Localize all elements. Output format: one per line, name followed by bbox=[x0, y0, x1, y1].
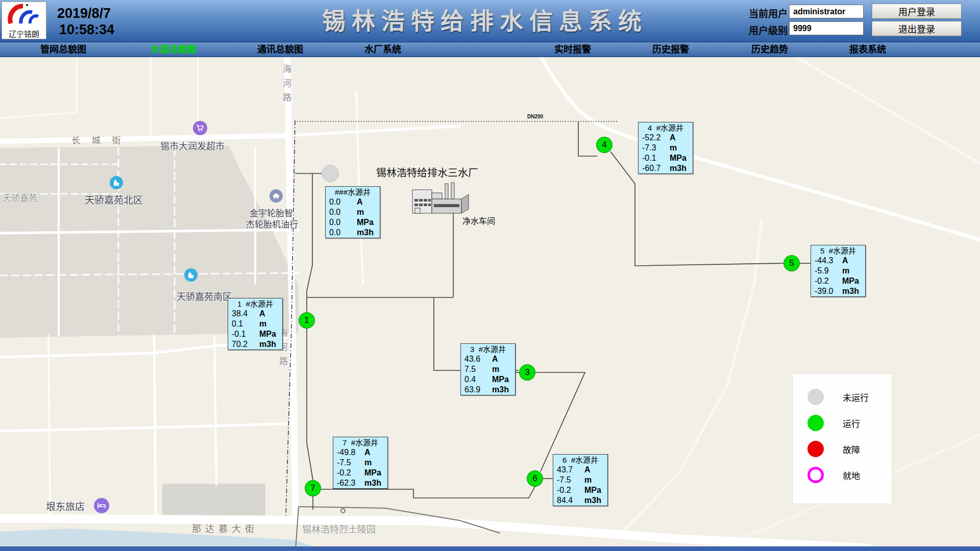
residence-icon-south bbox=[184, 268, 198, 282]
well-unit: m3h bbox=[492, 385, 509, 395]
legend-label: 未运行 bbox=[843, 391, 869, 404]
well-box-1[interactable]: 1 #水源井 38.4A 0.1m -0.1MPa 70.2m3h bbox=[228, 298, 283, 350]
poi-label-cemetery: 锡林浩特烈士陵园 bbox=[302, 522, 376, 535]
logo-text: 辽宁铭朗 bbox=[2, 28, 46, 39]
nav-item-history-alarm[interactable]: 历史报警 bbox=[652, 42, 689, 57]
well-value: -52.2 bbox=[642, 133, 670, 143]
header-bar: 辽宁铭朗 2019/8/7 10:58:34 锡林浩特给排水信息系统 当前用户 … bbox=[0, 0, 980, 42]
nav-item-report-system[interactable]: 报表系统 bbox=[849, 42, 886, 57]
well-unit: m3h bbox=[584, 495, 601, 506]
well-unit: m bbox=[584, 475, 592, 485]
user-level-field[interactable] bbox=[789, 21, 864, 35]
poi-label-hotel: 垠东旅店 bbox=[46, 499, 85, 513]
hotel-bed-icon bbox=[94, 498, 109, 513]
street-label-haihe-top: 海河路 bbox=[280, 64, 292, 107]
well-value: 43.7 bbox=[557, 465, 584, 475]
well-unit: A bbox=[842, 256, 848, 266]
well-status-circle-6[interactable]: 6 bbox=[527, 470, 543, 487]
well-unit: A bbox=[357, 197, 363, 207]
legend-label: 故障 bbox=[843, 443, 860, 456]
nav-item-communication-overview[interactable]: 通讯总貌图 bbox=[257, 42, 303, 57]
login-button[interactable]: 用户登录 bbox=[872, 4, 962, 19]
nav-item-water-source-overview[interactable]: 水源总貌图 bbox=[151, 42, 197, 57]
well-unit: m bbox=[259, 319, 266, 329]
current-user-field[interactable] bbox=[789, 5, 864, 18]
well-value: 38.4 bbox=[232, 309, 259, 319]
nav-item-pipe-network-overview[interactable]: 管网总貌图 bbox=[40, 42, 86, 57]
shopping-cart-icon bbox=[193, 121, 207, 135]
well-value: -7.3 bbox=[642, 143, 670, 153]
poi-label-tianjiao-south: 天骄嘉苑南区 bbox=[177, 289, 232, 303]
plant-title: 锡林浩特给排水三水厂 bbox=[376, 165, 478, 180]
well-unit: MPa bbox=[259, 329, 276, 339]
well-box-title: 3 #水源井 bbox=[461, 344, 515, 354]
well-unit: m3h bbox=[842, 286, 859, 296]
legend-item-stopped: 未运行 bbox=[793, 389, 892, 405]
legend-item-fault: 故障 bbox=[793, 441, 892, 457]
well-value: -0.1 bbox=[642, 153, 670, 163]
well-value: -0.2 bbox=[815, 276, 842, 286]
well-value: -60.7 bbox=[642, 163, 670, 173]
well-unit: A bbox=[492, 354, 498, 364]
well-status-circle-3[interactable]: 3 bbox=[519, 364, 535, 381]
bottom-bar bbox=[0, 546, 980, 551]
legend-item-local: 就地 bbox=[793, 467, 892, 483]
well-unit: MPa bbox=[357, 217, 374, 228]
well-box-title: 1 #水源井 bbox=[228, 298, 282, 309]
well-box-title: ###水源井 bbox=[326, 187, 380, 197]
well-unit: m3h bbox=[357, 228, 374, 238]
poi-label-tire-line2: 杰轮胎机油行 bbox=[246, 217, 298, 230]
well-value: -5.9 bbox=[815, 266, 842, 276]
well-status-circle-4[interactable]: 4 bbox=[596, 137, 612, 153]
well-value: 43.6 bbox=[464, 354, 492, 364]
well-unit: m3h bbox=[364, 478, 381, 488]
date-text: 2019/8/7 bbox=[57, 5, 114, 21]
well-box-unknown[interactable]: ###水源井 0.0A 0.0m 0.0MPa 0.0m3h bbox=[325, 186, 380, 238]
stopped-status-icon bbox=[807, 389, 824, 405]
street-label-nadamu: 那达慕大街 bbox=[192, 521, 258, 535]
main-nav: 管网总貌图 水源总貌图 通讯总貌图 水厂系统 实时报警 历史报警 历史趋势 报表… bbox=[0, 42, 980, 57]
well-box-4[interactable]: 4 #水源井 -52.2A -7.3m -0.1MPa -60.7m3h bbox=[638, 122, 693, 174]
nav-item-realtime-alarm[interactable]: 实时报警 bbox=[554, 42, 591, 57]
well-status-circle-stopped[interactable] bbox=[322, 165, 339, 182]
scada-screen: 长 城 街 海河路 海河路 那达慕大街 锡市大润发超市 天骄嘉苑 天骄嘉苑北区 … bbox=[0, 0, 980, 551]
well-value: 0.0 bbox=[329, 207, 357, 217]
well-value: -0.1 bbox=[232, 329, 259, 339]
well-status-circle-5[interactable]: 5 bbox=[783, 255, 800, 271]
current-user-label: 当前用户 bbox=[749, 6, 788, 20]
fault-status-icon bbox=[807, 441, 824, 457]
well-unit: A bbox=[670, 133, 676, 143]
well-value: 70.2 bbox=[232, 339, 259, 349]
well-value: -44.3 bbox=[815, 256, 842, 266]
well-unit: A bbox=[584, 465, 591, 475]
well-unit: A bbox=[259, 309, 265, 319]
logout-button[interactable]: 退出登录 bbox=[872, 21, 962, 36]
residence-icon-north bbox=[110, 176, 123, 189]
local-status-icon bbox=[807, 467, 824, 483]
well-value: -7.5 bbox=[337, 458, 364, 468]
well-status-circle-1[interactable]: 1 bbox=[299, 312, 315, 329]
time-text: 10:58:34 bbox=[57, 21, 114, 38]
well-value: 0.4 bbox=[464, 374, 492, 385]
well-unit: A bbox=[364, 447, 371, 458]
car-icon bbox=[270, 189, 283, 203]
legend-label: 运行 bbox=[843, 417, 860, 430]
street-label-changcheng: 长 城 街 bbox=[71, 133, 125, 146]
well-value: 7.5 bbox=[464, 364, 492, 374]
well-value: 84.4 bbox=[557, 495, 584, 506]
poi-label-tianjiao: 天骄嘉苑 bbox=[3, 191, 37, 204]
well-box-6[interactable]: 6 #水源井 43.7A -7.5m -0.2MPa 84.4m3h bbox=[553, 454, 608, 506]
nav-item-water-plant-system[interactable]: 水厂系统 bbox=[364, 42, 401, 57]
well-value: -62.3 bbox=[337, 478, 364, 488]
well-unit: m bbox=[364, 458, 372, 468]
well-status-circle-7[interactable]: 7 bbox=[305, 480, 321, 496]
nav-item-history-trend[interactable]: 历史趋势 bbox=[751, 42, 788, 57]
well-value: 0.0 bbox=[329, 217, 357, 228]
well-box-5[interactable]: 5 #水源井 -44.3A -5.9m -0.2MPa -39.0m3h bbox=[811, 245, 866, 297]
legend-label: 就地 bbox=[843, 469, 860, 482]
well-unit: MPa bbox=[584, 485, 601, 495]
well-box-title: 7 #水源井 bbox=[333, 437, 387, 447]
well-box-3[interactable]: 3 #水源井 43.6A 7.5m 0.4MPa 63.9m3h bbox=[460, 343, 516, 395]
logo-arcs-icon bbox=[8, 2, 40, 26]
well-box-7[interactable]: 7 #水源井 -49.8A -7.5m -0.2MPa -62.3m3h bbox=[333, 437, 388, 489]
